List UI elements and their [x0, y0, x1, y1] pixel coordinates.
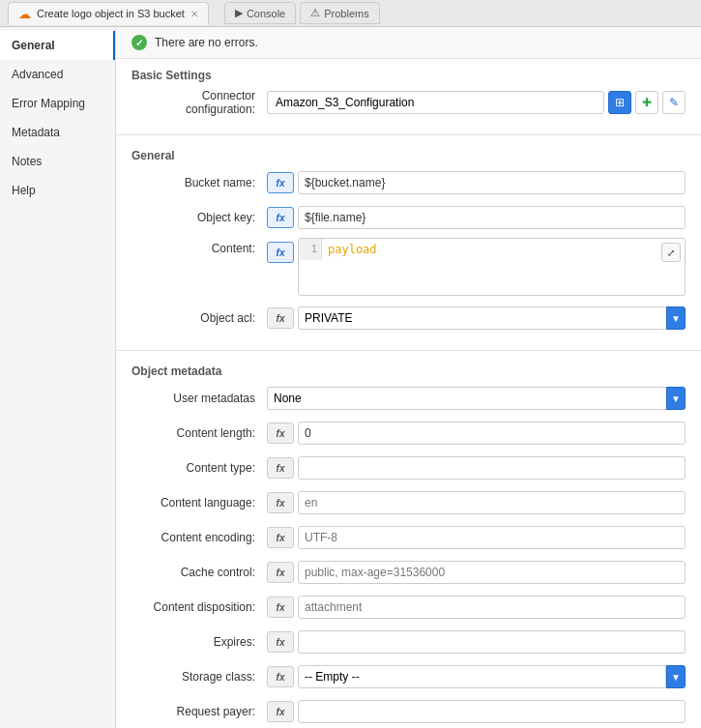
object-acl-fx[interactable]: fx — [267, 307, 294, 329]
bucket-name-control: fx — [267, 171, 686, 194]
object-key-row: Object key: fx — [131, 203, 686, 232]
main-tab-label: Create logo object in S3 bucket — [37, 8, 185, 19]
request-payer-label: Request payer: — [131, 705, 267, 718]
tab-group: ▶ Console ⚠ Problems — [224, 2, 380, 24]
content-disposition-fx[interactable]: fx — [267, 597, 294, 618]
content-type-control: fx — [267, 456, 686, 480]
connector-add-btn[interactable]: ✚ — [635, 91, 658, 114]
content-language-input[interactable] — [298, 491, 686, 514]
status-text: There are no errors. — [155, 36, 258, 49]
user-metadatas-control: None ▼ — [267, 387, 686, 410]
content-disposition-row: Content disposition: fx — [131, 593, 686, 622]
content-editor[interactable]: 1 payload ⤢ — [298, 238, 686, 296]
content-encoding-row: Content encoding: fx — [131, 523, 686, 552]
cache-control-control: fx — [267, 561, 686, 584]
content-length-input[interactable] — [298, 422, 686, 445]
storage-class-label: Storage class: — [131, 670, 267, 684]
content-length-label: Content length: — [131, 426, 267, 440]
user-metadatas-row: User metadatas None ▼ — [131, 384, 686, 413]
content-encoding-label: Content encoding: — [131, 531, 267, 544]
general-section: Bucket name: fx Object key: fx Content: … — [116, 168, 701, 346]
console-tab[interactable]: ▶ Console — [224, 2, 296, 24]
content-encoding-control: fx — [267, 526, 686, 549]
object-metadata-section: User metadatas None ▼ Content length: fx — [116, 384, 701, 728]
object-acl-select-wrap: PRIVATE PUBLIC_READ PUBLIC_READ_WRITE AU… — [298, 306, 686, 330]
main-layout: General Advanced Error Mapping Metadata … — [0, 27, 701, 728]
sidebar-item-advanced[interactable]: Advanced — [0, 60, 115, 89]
cache-control-fx[interactable]: fx — [267, 562, 294, 583]
content-type-row: Content type: fx — [131, 453, 686, 482]
content-type-input[interactable] — [298, 456, 686, 480]
content-type-fx[interactable]: fx — [267, 457, 294, 479]
line-number: 1 — [299, 239, 322, 260]
aws-icon: ☁ — [18, 7, 31, 21]
divider-2 — [116, 350, 701, 351]
content-disposition-label: Content disposition: — [131, 600, 267, 614]
content-disposition-control: fx — [267, 596, 686, 619]
object-acl-control: fx PRIVATE PUBLIC_READ PUBLIC_READ_WRITE… — [267, 306, 686, 330]
user-metadatas-select[interactable]: None — [267, 387, 686, 410]
content-length-control: fx — [267, 422, 686, 445]
bucket-name-label: Bucket name: — [131, 176, 267, 189]
code-content: payload — [322, 239, 383, 260]
cache-control-label: Cache control: — [131, 566, 267, 579]
content-length-row: Content length: fx — [131, 419, 686, 448]
request-payer-control: fx — [267, 700, 686, 723]
storage-class-row: Storage class: fx -- Empty -- STANDARD R… — [131, 662, 686, 691]
content-language-fx[interactable]: fx — [267, 492, 294, 513]
content-length-fx[interactable]: fx — [267, 422, 294, 444]
cache-control-input[interactable] — [298, 561, 686, 584]
request-payer-row: Request payer: fx — [131, 697, 686, 726]
content-type-label: Content type: — [131, 461, 267, 475]
request-payer-input[interactable] — [298, 700, 686, 723]
connector-input-group: ⊞ ✚ ✎ — [267, 91, 686, 114]
content-language-control: fx — [267, 491, 686, 514]
connector-config-row: Connector configuration: ⊞ ✚ ✎ — [131, 88, 686, 117]
connector-config-input[interactable] — [267, 91, 604, 114]
content-area-inner: 1 payload — [299, 239, 685, 260]
sidebar-item-help[interactable]: Help — [0, 176, 115, 205]
object-key-fx[interactable]: fx — [267, 207, 294, 228]
expires-label: Expires: — [131, 635, 267, 649]
basic-settings-section: Connector configuration: ⊞ ✚ ✎ — [116, 88, 701, 131]
connector-edit-btn[interactable]: ✎ — [662, 91, 686, 114]
object-acl-row: Object acl: fx PRIVATE PUBLIC_READ PUBLI… — [131, 304, 686, 333]
main-tab[interactable]: ☁ Create logo object in S3 bucket ✕ — [8, 2, 209, 25]
object-key-input[interactable] — [298, 206, 686, 229]
sidebar-item-notes[interactable]: Notes — [0, 147, 115, 176]
content-control: fx 1 payload ⤢ — [267, 238, 686, 296]
content-fx[interactable]: fx — [267, 242, 294, 263]
content-encoding-input[interactable] — [298, 526, 686, 549]
content-encoding-fx[interactable]: fx — [267, 527, 294, 548]
expand-btn[interactable]: ⤢ — [661, 243, 681, 262]
expires-fx[interactable]: fx — [267, 631, 294, 653]
sidebar-item-error-mapping[interactable]: Error Mapping — [0, 89, 115, 118]
expires-control: fx — [267, 630, 686, 654]
connector-config-label: Connector configuration: — [131, 89, 267, 116]
expires-row: Expires: fx — [131, 627, 686, 656]
sidebar-item-general[interactable]: General — [0, 31, 115, 60]
problems-icon: ⚠ — [310, 7, 320, 19]
storage-class-fx[interactable]: fx — [267, 666, 294, 687]
sidebar-item-metadata[interactable]: Metadata — [0, 118, 115, 147]
request-payer-fx[interactable]: fx — [267, 701, 294, 722]
user-metadatas-select-wrap: None ▼ — [267, 387, 686, 410]
content-disposition-input[interactable] — [298, 596, 686, 619]
console-icon: ▶ — [235, 7, 243, 19]
connector-search-btn[interactable]: ⊞ — [608, 91, 631, 114]
content-area: There are no errors. Basic Settings Conn… — [116, 27, 701, 728]
bucket-name-fx[interactable]: fx — [267, 172, 294, 193]
main-tab-close[interactable]: ✕ — [190, 9, 198, 19]
bucket-name-row: Bucket name: fx — [131, 168, 686, 197]
storage-class-select[interactable]: -- Empty -- STANDARD REDUCED_REDUNDANCY … — [298, 665, 666, 688]
storage-class-select-wrap: -- Empty -- STANDARD REDUCED_REDUNDANCY … — [298, 665, 686, 688]
bucket-name-input[interactable] — [298, 171, 686, 194]
object-metadata-header: Object metadata — [116, 355, 701, 384]
expires-input[interactable] — [298, 630, 686, 654]
general-header: General — [116, 139, 701, 168]
storage-class-control: fx -- Empty -- STANDARD REDUCED_REDUNDAN… — [267, 665, 686, 688]
object-acl-select[interactable]: PRIVATE PUBLIC_READ PUBLIC_READ_WRITE AU… — [298, 306, 686, 330]
problems-tab[interactable]: ⚠ Problems — [300, 2, 379, 24]
sidebar: General Advanced Error Mapping Metadata … — [0, 27, 116, 728]
basic-settings-header: Basic Settings — [116, 59, 701, 88]
